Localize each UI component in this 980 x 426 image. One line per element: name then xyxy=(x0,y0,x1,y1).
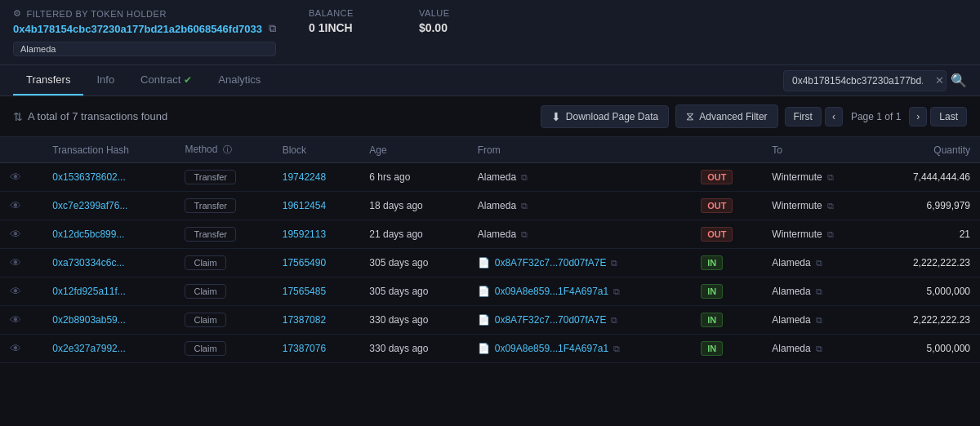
filter-icon: ⚙ xyxy=(13,8,22,19)
copy-to-icon[interactable]: ⧉ xyxy=(827,229,834,240)
eye-icon[interactable]: 👁 xyxy=(10,171,21,184)
col-direction xyxy=(691,137,762,163)
top-bar: ⚙ FILTERED BY TOKEN HOLDER 0x4b178154cbc… xyxy=(0,0,980,65)
col-eye xyxy=(0,137,42,163)
copy-address-icon[interactable]: ⧉ xyxy=(269,22,276,35)
method-cell: Claim xyxy=(175,249,272,277)
page-indicator: Page 1 of 1 xyxy=(846,111,906,122)
prev-page-button[interactable]: ‹ xyxy=(825,107,843,126)
eye-icon[interactable]: 👁 xyxy=(10,285,21,298)
to-name: Wintermute xyxy=(772,229,822,240)
tab-info[interactable]: Info xyxy=(83,65,127,95)
copy-to-icon[interactable]: ⧉ xyxy=(827,172,834,183)
first-page-button[interactable]: First xyxy=(785,107,822,126)
tx-hash-link[interactable]: 0xc7e2399af76... xyxy=(52,200,127,211)
advanced-filter-button[interactable]: ⧖ Advanced Filter xyxy=(675,104,777,128)
copy-to-icon[interactable]: ⧉ xyxy=(816,258,822,268)
block-link[interactable]: 17565485 xyxy=(283,286,326,297)
next-page-button[interactable]: › xyxy=(909,107,927,126)
tx-hash-link[interactable]: 0x2b8903ab59... xyxy=(52,314,125,326)
tx-hash-link[interactable]: 0x12dc5bc899... xyxy=(52,229,124,240)
copy-from-icon[interactable]: ⧉ xyxy=(611,315,617,326)
to-name: Wintermute xyxy=(772,200,822,211)
block-cell: 17565490 xyxy=(273,249,360,277)
from-address[interactable]: 0x09A8e859...1F4A697a1 xyxy=(495,343,608,354)
table-row: 👁 0x2e327a7992... Claim 17387076 330 day… xyxy=(0,335,980,363)
address-row: 0x4b178154cbc37230a177bd21a2b6068546fd70… xyxy=(13,22,276,35)
toolbar: ⇅ A total of 7 transactions found ⬇ Down… xyxy=(0,96,980,137)
block-cell: 19592113 xyxy=(273,220,360,249)
eye-icon[interactable]: 👁 xyxy=(10,199,21,212)
from-address[interactable]: 0x09A8e859...1F4A697a1 xyxy=(495,286,608,297)
method-info-icon[interactable]: ⓘ xyxy=(223,144,232,154)
block-cell: 17387076 xyxy=(273,335,360,363)
method-cell: Claim xyxy=(175,335,272,363)
tx-hash-link[interactable]: 0x1536378602... xyxy=(52,171,125,183)
table-row: 👁 0x12fd925a11f... Claim 17565485 305 da… xyxy=(0,277,980,306)
direction-badge: OUT xyxy=(701,227,733,242)
block-link[interactable]: 19742248 xyxy=(283,171,326,183)
method-cell: Transfer xyxy=(175,163,272,192)
hash-cell: 0x2b8903ab59... xyxy=(42,306,175,335)
copy-from-icon[interactable]: ⧉ xyxy=(613,344,620,354)
tx-hash-link[interactable]: 0x2e327a7992... xyxy=(52,343,125,354)
from-address[interactable]: 0x8A7F32c7...70d07fA7E xyxy=(495,314,607,326)
copy-to-icon[interactable]: ⧉ xyxy=(816,286,822,297)
table-row: 👁 0xc7e2399af76... Transfer 19612454 18 … xyxy=(0,192,980,220)
copy-to-icon[interactable]: ⧉ xyxy=(816,315,822,326)
to-name: Wintermute xyxy=(772,171,822,183)
age-cell: 6 hrs ago xyxy=(359,163,467,192)
copy-to-icon[interactable]: ⧉ xyxy=(816,344,822,354)
table-header-row: Transaction Hash Method ⓘ Block Age From… xyxy=(0,137,980,163)
age-cell: 305 days ago xyxy=(359,249,467,277)
funnel-icon: ⇅ xyxy=(13,110,23,123)
eye-icon[interactable]: 👁 xyxy=(10,313,21,326)
from-cell: 📄0x8A7F32c7...70d07fA7E⧉ xyxy=(468,306,691,335)
eye-cell: 👁 xyxy=(0,192,42,220)
from-cell: Alameda⧉ xyxy=(468,192,691,220)
last-page-button[interactable]: Last xyxy=(930,107,967,126)
to-cell: Wintermute⧉ xyxy=(762,192,874,220)
eye-cell: 👁 xyxy=(0,220,42,249)
copy-from-icon[interactable]: ⧉ xyxy=(611,258,617,268)
block-link[interactable]: 17565490 xyxy=(283,257,326,268)
tab-contract[interactable]: Contract ✔ xyxy=(127,65,205,95)
quantity-cell: 21 xyxy=(874,220,980,249)
pagination: First ‹ Page 1 of 1 › Last xyxy=(785,107,967,126)
eye-icon[interactable]: 👁 xyxy=(10,228,21,241)
eye-icon[interactable]: 👁 xyxy=(10,342,21,355)
tx-hash-link[interactable]: 0xa730334c6c... xyxy=(52,257,124,268)
block-link[interactable]: 19612454 xyxy=(283,200,326,211)
tx-hash-link[interactable]: 0x12fd925a11f... xyxy=(52,286,125,297)
block-link[interactable]: 17387082 xyxy=(283,314,326,326)
tab-analytics[interactable]: Analytics xyxy=(205,65,274,95)
tab-transfers[interactable]: Transfers xyxy=(13,65,83,95)
to-cell: Wintermute⧉ xyxy=(762,220,874,249)
copy-from-icon[interactable]: ⧉ xyxy=(613,286,620,297)
address-filter-input[interactable] xyxy=(783,70,947,91)
method-badge: Transfer xyxy=(185,227,236,242)
block-link[interactable]: 17387076 xyxy=(283,343,326,354)
direction-badge: OUT xyxy=(701,170,733,184)
doc-icon: 📄 xyxy=(478,257,490,268)
quantity-cell: 6,999,979 xyxy=(874,192,980,220)
table-row: 👁 0x1536378602... Transfer 19742248 6 hr… xyxy=(0,163,980,192)
copy-to-icon[interactable]: ⧉ xyxy=(827,201,834,211)
direction-badge: IN xyxy=(701,255,723,270)
tab-search-area: ✕ 🔍 xyxy=(783,70,967,91)
from-address[interactable]: 0x8A7F32c7...70d07fA7E xyxy=(495,257,607,268)
age-cell: 305 days ago xyxy=(359,277,467,306)
download-button[interactable]: ⬇ Download Page Data xyxy=(541,105,669,128)
method-cell: Claim xyxy=(175,306,272,335)
copy-from-icon[interactable]: ⧉ xyxy=(521,201,528,211)
copy-from-icon[interactable]: ⧉ xyxy=(521,172,528,183)
search-button[interactable]: 🔍 xyxy=(951,73,967,88)
clear-search-icon[interactable]: ✕ xyxy=(935,74,944,87)
alameda-badge[interactable]: Alameda xyxy=(13,42,276,56)
eye-cell: 👁 xyxy=(0,163,42,192)
block-link[interactable]: 19592113 xyxy=(283,229,326,240)
table-row: 👁 0x2b8903ab59... Claim 17387082 330 day… xyxy=(0,306,980,335)
transactions-table-container: Transaction Hash Method ⓘ Block Age From… xyxy=(0,137,980,363)
copy-from-icon[interactable]: ⧉ xyxy=(521,229,528,240)
eye-icon[interactable]: 👁 xyxy=(10,256,21,269)
